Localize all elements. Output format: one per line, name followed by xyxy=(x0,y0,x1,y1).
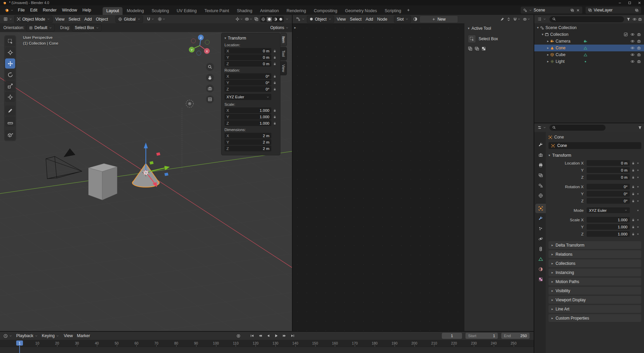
sidebar-tab[interactable]: Tool xyxy=(280,47,287,60)
toggle-xray-icon[interactable] xyxy=(254,17,259,21)
sidebar-tab[interactable]: View xyxy=(280,61,287,76)
collection-checkbox[interactable] xyxy=(624,32,628,36)
jump-to-end-button[interactable] xyxy=(289,333,296,339)
editor-type-button[interactable] xyxy=(2,332,14,339)
snap-magnet-icon[interactable] xyxy=(513,17,517,21)
zoom-button[interactable] xyxy=(206,63,214,71)
tab-view-layer[interactable] xyxy=(535,171,546,180)
lock-icon[interactable] xyxy=(273,49,276,53)
animate-dot[interactable] xyxy=(637,210,639,211)
disable-render-camera-icon[interactable] xyxy=(637,39,641,43)
close-icon[interactable] xyxy=(638,1,641,5)
shading-wireframe-icon[interactable] xyxy=(261,17,265,21)
playhead-badge[interactable]: 1 xyxy=(16,341,23,346)
expand-caret-icon[interactable]: ▾ xyxy=(542,33,543,36)
lock-icon[interactable] xyxy=(632,169,635,172)
shading-material-icon[interactable] xyxy=(273,17,277,21)
animate-dot[interactable] xyxy=(637,219,639,221)
transform-section-header[interactable]: ▾ Transform xyxy=(548,153,641,158)
number-field[interactable]: 0° xyxy=(587,198,630,204)
outliner-row-camera[interactable]: ▸ Camera xyxy=(534,38,644,45)
cursor-tool[interactable] xyxy=(5,47,15,57)
current-frame-field[interactable]: 1 xyxy=(442,333,462,339)
lock-icon[interactable] xyxy=(273,81,276,84)
tab-texture[interactable] xyxy=(535,275,546,284)
animate-dot[interactable] xyxy=(637,186,639,187)
rotate-tool[interactable] xyxy=(5,70,15,80)
add-cube-tool[interactable] xyxy=(5,130,15,140)
orientation-dropdown[interactable]: Global xyxy=(115,16,143,23)
new-material-button[interactable]: New xyxy=(420,16,458,23)
hide-viewport-eye-icon[interactable] xyxy=(630,39,635,43)
unlink-scene-icon[interactable] xyxy=(576,8,580,12)
number-field[interactable]: 0 m xyxy=(587,174,630,180)
collapse-caret-icon[interactable]: ▾ xyxy=(468,27,469,30)
chevron-down-icon[interactable] xyxy=(527,18,530,21)
tab-physics[interactable] xyxy=(535,234,546,244)
number-field[interactable]: Y0° xyxy=(224,80,271,85)
workspace-tab[interactable]: Geometry Nodes xyxy=(341,7,380,15)
show-overlays-icon[interactable] xyxy=(245,17,249,21)
expand-caret-icon[interactable]: ▸ xyxy=(547,53,549,56)
workspace-tab[interactable]: Compositing xyxy=(310,7,341,15)
lock-icon[interactable] xyxy=(632,185,635,188)
proportional-editing-icon[interactable] xyxy=(158,17,162,21)
shading-type-dropdown[interactable]: Object xyxy=(307,16,334,23)
lock-icon[interactable] xyxy=(632,225,635,229)
outliner-row-collection[interactable]: ▾ Collection xyxy=(534,31,644,38)
workspace-tab[interactable]: Modeling xyxy=(123,7,147,15)
shading-rendered-icon[interactable] xyxy=(279,17,283,21)
pan-hand-button[interactable] xyxy=(206,74,214,82)
select-mode-extend-icon[interactable] xyxy=(475,46,479,51)
menu-item[interactable]: Select xyxy=(348,16,364,23)
hide-viewport-eye-icon[interactable] xyxy=(630,53,635,57)
lock-icon[interactable] xyxy=(273,62,276,66)
new-scene-icon[interactable] xyxy=(570,8,574,12)
animate-dot[interactable] xyxy=(637,200,639,202)
rotation-mode-dropdown[interactable]: XYZ Euler xyxy=(224,94,271,100)
shading-solid-active[interactable] xyxy=(267,17,272,22)
tab-object[interactable] xyxy=(535,204,546,213)
lock-icon[interactable] xyxy=(273,122,276,125)
menu-item[interactable]: View xyxy=(335,16,348,23)
header-eye-icon[interactable] xyxy=(633,17,637,21)
chevron-down-icon[interactable] xyxy=(240,18,243,21)
number-field[interactable]: X0° xyxy=(224,73,271,79)
filter-funnel-icon[interactable] xyxy=(638,126,642,130)
editor-type-button[interactable] xyxy=(2,16,14,23)
tab-scene[interactable] xyxy=(535,181,546,190)
menu-item[interactable]: Add xyxy=(364,16,375,23)
ortho-toggle-button[interactable] xyxy=(206,95,214,103)
blender-menu-button[interactable] xyxy=(3,7,15,14)
scale-tool[interactable] xyxy=(5,81,15,91)
workspace-tab[interactable]: Scripting xyxy=(381,7,405,15)
editor-type-button[interactable] xyxy=(536,124,547,131)
lock-icon[interactable] xyxy=(632,218,635,222)
lock-icon[interactable] xyxy=(273,109,276,112)
workspace-tab[interactable]: UV Editing xyxy=(173,7,200,15)
lock-icon[interactable] xyxy=(632,176,635,179)
menu-item[interactable]: Playback xyxy=(14,332,40,339)
outliner-row-scene-collection[interactable]: ▾ Scene Collection xyxy=(534,24,644,31)
collapsed-panel-header[interactable]: ▸ Instancing xyxy=(548,269,641,276)
workspace-tab[interactable]: Layout xyxy=(103,7,123,15)
number-field[interactable]: Y2 m xyxy=(224,139,271,145)
number-field[interactable]: 0 m xyxy=(587,167,630,173)
chevron-down-icon[interactable] xyxy=(286,26,289,29)
menu-item[interactable]: Keying xyxy=(40,332,61,339)
editor-type-button[interactable] xyxy=(295,16,306,23)
editor-type-button[interactable] xyxy=(536,16,547,23)
play-button[interactable] xyxy=(273,333,280,339)
menu-item[interactable]: Select xyxy=(66,16,82,23)
number-field[interactable]: 1.000 xyxy=(587,231,630,237)
expand-caret-icon[interactable]: ▸ xyxy=(547,40,549,43)
number-field[interactable]: Z2 m xyxy=(224,146,271,151)
move-tool[interactable] xyxy=(5,58,15,69)
select-box-tool[interactable] xyxy=(5,36,15,46)
cube-object[interactable] xyxy=(88,163,117,200)
browse-material-icon[interactable] xyxy=(413,17,418,21)
collapsed-panel-header[interactable]: ▸ Line Art xyxy=(548,305,641,313)
scene-selector[interactable]: Scene xyxy=(520,6,583,14)
add-workspace-button[interactable] xyxy=(405,7,412,14)
number-field[interactable]: 1.000 xyxy=(587,224,630,230)
